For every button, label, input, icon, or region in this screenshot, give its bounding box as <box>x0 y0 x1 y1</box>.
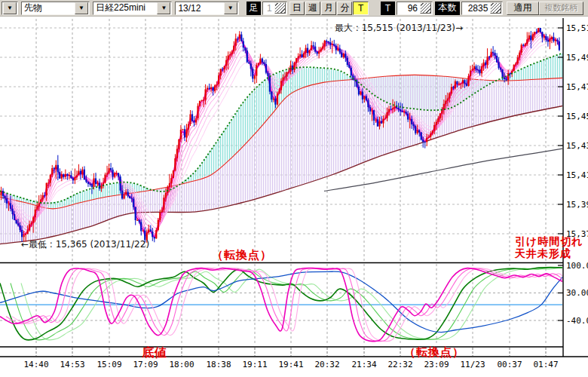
period-day-button[interactable]: 日 <box>289 2 305 15</box>
chevron-down-icon[interactable]: ▼ <box>3 2 17 14</box>
max-price-annotation: 最大 : 15,515 (2013/11/23)→ <box>335 22 463 35</box>
bar-count-value: 2835 <box>462 3 490 14</box>
contract-month-value: 13/12 <box>176 3 222 14</box>
bar-count-label: 本数 <box>435 2 460 15</box>
interval-value: 1 <box>263 3 274 14</box>
close-timeout-annotation: 引け時間切れ 天井未形成 <box>515 235 583 259</box>
apply-button[interactable]: 適用 <box>507 2 538 15</box>
turning-point-lower-annotation: （転換点） <box>404 345 464 360</box>
chart-area[interactable] <box>0 0 588 377</box>
bar-type-label: 足 <box>247 2 261 15</box>
mini-dropdown[interactable]: ▼ <box>2 2 18 15</box>
spinner-icon[interactable] <box>420 2 431 14</box>
symbol-value: 日経225mini <box>93 2 156 14</box>
spinner-icon[interactable] <box>274 2 286 14</box>
chevron-down-icon[interactable]: ▼ <box>75 2 88 14</box>
symbol-select[interactable]: 日経225mini ▼ <box>93 2 172 15</box>
tick-count-stepper[interactable]: 96 <box>397 2 433 15</box>
interval-stepper[interactable]: 1 <box>262 2 287 15</box>
tick-count-value: 96 <box>397 3 419 14</box>
category-value: 先物 <box>22 2 74 14</box>
period-tick-button[interactable]: T <box>353 2 368 15</box>
close-timeout-line1: 引け時間切れ <box>515 235 583 247</box>
min-price-annotation: ←最低 : 15,365 (2013/11/22) <box>21 238 149 251</box>
chevron-down-icon[interactable]: ▼ <box>224 2 237 14</box>
tick-count-label: T <box>381 2 395 15</box>
period-week-button[interactable]: 週 <box>305 2 320 15</box>
multi-symbol-button[interactable]: 複数銘柄 <box>539 2 583 15</box>
turning-point-upper-annotation: （転換点） <box>212 248 272 262</box>
period-month-button[interactable]: 月 <box>321 2 336 15</box>
bottom-value-annotation: 底値 <box>142 345 167 361</box>
contract-month-select[interactable]: 13/12 ▼ <box>175 2 238 15</box>
period-minute-button[interactable]: 分 <box>337 2 352 15</box>
toolbar: ▼ 先物 ▼ 日経225mini ▼ 13/12 ▼ 足 1 日 週 月 分 T… <box>0 0 588 17</box>
category-select[interactable]: 先物 ▼ <box>21 2 90 15</box>
spinner-icon[interactable] <box>490 2 501 14</box>
bar-count-stepper[interactable]: 2835 <box>461 2 504 15</box>
chevron-down-icon[interactable]: ▼ <box>157 2 170 14</box>
close-timeout-line2: 天井未形成 <box>515 247 583 259</box>
